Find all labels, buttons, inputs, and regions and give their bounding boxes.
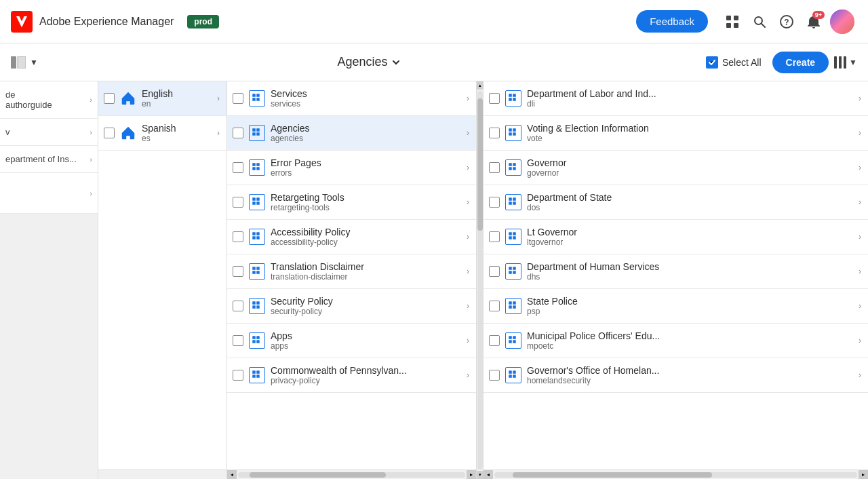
col-pages-scroll[interactable]: Services services › (227, 81, 476, 470)
item-checkbox[interactable] (233, 162, 243, 173)
svg-rect-38 (256, 301, 260, 305)
hscroll-right-btn[interactable]: ▸ (467, 470, 476, 480)
list-item[interactable]: Lt Governor ltgovernor › (484, 220, 868, 254)
column-browser: deauthorguide › v › epartment of Ins... … (0, 81, 868, 479)
item-checkbox[interactable] (489, 197, 500, 208)
list-item[interactable]: Security Policy security-policy › (227, 289, 476, 324)
item-checkbox[interactable] (233, 301, 243, 311)
svg-rect-65 (509, 236, 512, 240)
hscroll-left-btn[interactable]: ◂ (227, 470, 237, 480)
list-item[interactable]: Translation Disclaimer translation-discl… (227, 254, 476, 289)
col2-vscrollbar[interactable]: ▴ ▾ (476, 81, 483, 479)
create-button[interactable]: Create (772, 52, 829, 73)
list-item[interactable]: English en › (98, 81, 226, 116)
svg-rect-83 (513, 375, 516, 378)
vscroll-track (477, 91, 483, 470)
svg-rect-39 (256, 305, 260, 309)
svg-rect-55 (513, 132, 516, 136)
list-item[interactable]: Department of Human Services dhs › (484, 254, 868, 289)
vscroll-down-btn[interactable]: ▾ (477, 471, 484, 479)
item-checkbox[interactable] (489, 128, 500, 138)
list-item[interactable]: Department of Labor and Ind... dli › (484, 81, 868, 116)
item-checkbox[interactable] (489, 93, 500, 104)
list-item[interactable]: Error Pages errors › (227, 151, 476, 185)
item-checkbox[interactable] (489, 370, 500, 381)
toolbar: ▼ Agencies Select All Create ▼ (0, 43, 868, 81)
notifications-icon[interactable]: 9+ (803, 11, 825, 33)
vscroll-up-btn[interactable]: ▴ (477, 81, 484, 90)
list-item[interactable]: Governor governor › (484, 151, 868, 185)
vscroll-thumb (477, 98, 483, 231)
svg-rect-34 (256, 267, 260, 270)
column-view-icon (834, 56, 846, 69)
hscroll-right-btn[interactable]: ▸ (859, 470, 868, 480)
page-icon (249, 367, 265, 383)
list-item[interactable]: Commonwealth of Pennsylvan... privacy-po… (227, 358, 476, 393)
svg-rect-16 (252, 128, 256, 132)
item-checkbox[interactable] (104, 93, 115, 104)
list-item[interactable]: Agencies agencies › (227, 116, 476, 151)
list-item[interactable]: deauthorguide › (0, 81, 98, 119)
item-checkbox[interactable] (233, 231, 243, 242)
svg-rect-58 (513, 163, 516, 166)
page-icon (249, 194, 265, 210)
svg-rect-78 (513, 336, 516, 339)
svg-rect-76 (509, 336, 512, 339)
svg-rect-28 (252, 232, 256, 235)
page-icon (249, 229, 265, 245)
agencies-dropdown[interactable]: Agencies (337, 55, 401, 69)
svg-rect-57 (509, 167, 512, 170)
page-icon (505, 159, 521, 176)
item-checkbox[interactable] (233, 370, 243, 381)
item-checkbox[interactable] (233, 197, 243, 208)
list-item[interactable]: Services services › (227, 81, 476, 116)
list-item[interactable]: State Police psp › (484, 289, 868, 324)
view-options-chevron: ▼ (849, 58, 857, 67)
list-item[interactable]: Municipal Police Officers' Edu... mpoetc… (484, 324, 868, 358)
list-item[interactable]: Accessibility Policy accessibility-polic… (227, 220, 476, 254)
view-options[interactable]: ▼ (834, 56, 857, 69)
list-item[interactable]: Spanish es › (98, 116, 226, 151)
svg-rect-64 (509, 232, 512, 235)
item-checkbox[interactable] (489, 335, 500, 346)
svg-rect-80 (509, 370, 512, 374)
hscroll-left-btn[interactable]: ◂ (484, 470, 493, 480)
item-checkbox[interactable] (489, 266, 500, 277)
list-item[interactable]: Governor's Office of Homelan... homeland… (484, 358, 868, 393)
item-checkbox[interactable] (489, 231, 500, 242)
col-agencies: Department of Labor and Ind... dli › (484, 81, 868, 479)
svg-rect-2 (734, 16, 738, 20)
avatar[interactable] (830, 9, 854, 34)
item-checkbox[interactable] (233, 335, 243, 346)
list-item[interactable]: epartment of Ins... › (0, 146, 98, 173)
apps-icon[interactable] (722, 11, 743, 33)
panel-toggle[interactable]: ▼ (11, 56, 38, 69)
svg-rect-31 (256, 236, 260, 240)
list-item[interactable]: Voting & Election Information vote › (484, 116, 868, 151)
item-checkbox[interactable] (489, 301, 500, 311)
col-agencies-scroll[interactable]: Department of Labor and Ind... dli › (484, 81, 868, 470)
list-item[interactable]: › (0, 173, 98, 214)
svg-rect-72 (509, 301, 512, 305)
item-checkbox[interactable] (489, 162, 500, 173)
list-item[interactable]: Department of State dos › (484, 185, 868, 220)
svg-rect-18 (256, 128, 260, 132)
item-checkbox[interactable] (233, 93, 243, 104)
svg-rect-10 (11, 56, 16, 69)
item-checkbox[interactable] (233, 266, 243, 277)
svg-rect-22 (256, 163, 260, 166)
col-languages-scroll[interactable]: English en › Spanish es › (98, 81, 226, 470)
page-icon (249, 125, 265, 141)
list-item[interactable]: v › (0, 119, 98, 146)
list-item[interactable]: Apps apps › (227, 324, 476, 358)
col3-hscrollbar[interactable]: ◂ ▸ (484, 470, 868, 479)
select-all-button[interactable]: Select All (701, 54, 767, 71)
col2-hscrollbar[interactable]: ◂ ▸ (227, 470, 476, 479)
feedback-button[interactable]: Feedback (636, 10, 708, 33)
item-checkbox[interactable] (104, 128, 115, 138)
search-icon[interactable] (749, 11, 770, 33)
help-icon[interactable]: ? (776, 11, 797, 33)
svg-rect-46 (256, 370, 260, 374)
item-checkbox[interactable] (233, 128, 243, 138)
list-item[interactable]: Retargeting Tools retargeting-tools › (227, 185, 476, 220)
